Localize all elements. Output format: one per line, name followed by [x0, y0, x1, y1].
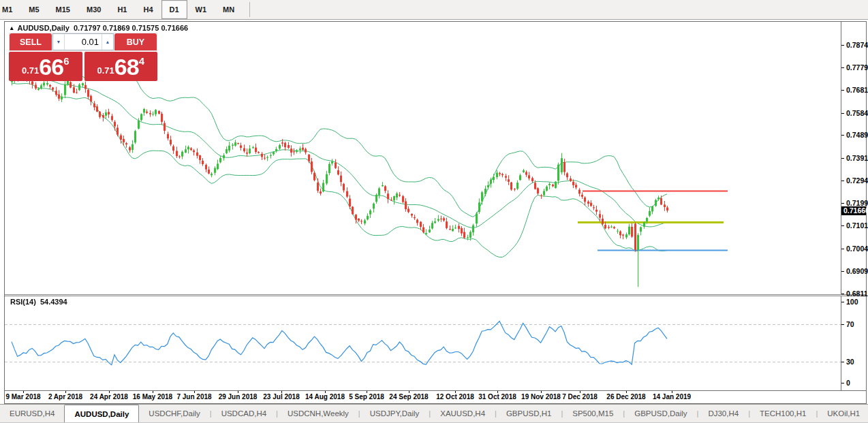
rsi-axis: 10070300 [841, 296, 866, 390]
timeframe-button-m15[interactable]: M15 [48, 0, 78, 19]
date-axis-label: 14 Jan 2019 [653, 393, 691, 401]
price-axis-tick: 0.72940 [841, 177, 866, 185]
rsi-title: RSI(14) 54.4394 [10, 298, 67, 306]
tab-usdcad-h4[interactable]: USDCAD,H4 [212, 405, 276, 422]
date-axis: 9 Mar 20182 Apr 201824 Apr 201816 May 20… [5, 390, 866, 403]
timeframe-button-h4[interactable]: H4 [135, 0, 161, 19]
tab-eurusd-h4[interactable]: EURUSD,H4 [0, 405, 64, 422]
chart-symbol-period: AUDUSD,Daily [18, 24, 69, 32]
current-price-tag: 0.71666 [841, 206, 866, 215]
date-axis-label: 5 Sep 2018 [349, 393, 384, 401]
price-axis-tick: 0.77790 [841, 64, 866, 72]
rsi-chart-canvas[interactable] [5, 296, 841, 390]
date-axis-label: 16 May 2018 [133, 393, 172, 401]
tab-usdjpy-daily[interactable]: USDJPY,Daily [360, 405, 429, 422]
price-axis-tick: 0.70040 [841, 245, 866, 253]
volume-increase-icon[interactable]: ▲ [102, 34, 113, 50]
date-axis-label: 23 Jul 2018 [263, 393, 299, 401]
chart-marker-icon: ▴ [10, 25, 14, 31]
tab-dj30-h4[interactable]: DJ30,H4 [698, 405, 748, 422]
price-axis-tick: 0.78740 [841, 42, 866, 49]
date-axis-label: 26 Dec 2018 [606, 393, 645, 401]
buy-button[interactable]: BUY [114, 33, 157, 50]
sell-price-button[interactable]: 0.71 66 6 [9, 52, 82, 81]
chart-window: ▴ AUDUSD,Daily 0.71797 0.71869 0.71575 0… [4, 21, 867, 404]
timeframe-toolbar: M1M5M15M30H1H4D1W1MN [0, 0, 868, 20]
symbol-tabs-bar: EURUSD,H4AUDUSD,DailyUSDCHF,Daily|USDCAD… [0, 404, 868, 423]
tab-sp500-m15[interactable]: SP500,M15 [563, 405, 623, 422]
chart-ohlc-readout: 0.71797 0.71869 0.71575 0.71666 [74, 24, 188, 32]
tab-tech100-h1[interactable]: TECH100,H1 [750, 405, 816, 422]
timeframe-button-d1[interactable]: D1 [161, 0, 187, 19]
date-axis-label: 29 Jun 2018 [219, 393, 258, 401]
toolbar-separator [249, 2, 250, 17]
sell-price-prefix: 0.71 [22, 65, 39, 76]
volume-decrease-icon[interactable]: ▼ [53, 34, 65, 50]
rsi-axis-tick: 0 [841, 379, 866, 387]
date-axis-label: 14 Aug 2018 [305, 393, 345, 401]
timeframe-button-w1[interactable]: W1 [187, 0, 215, 19]
rsi-value: 54.4394 [40, 298, 67, 306]
date-axis-label: 24 Sep 2018 [389, 393, 428, 401]
timeframe-button-m30[interactable]: M30 [78, 0, 109, 19]
timeframe-button-m5[interactable]: M5 [20, 0, 47, 19]
price-axis-tick: 0.73915 [841, 155, 866, 162]
tab-ukoil-h1[interactable]: UKOil,H1 [818, 405, 868, 422]
rsi-axis-tick: 30 [841, 358, 866, 366]
price-pane: ▴ AUDUSD,Daily 0.71797 0.71869 0.71575 0… [5, 22, 866, 294]
date-axis-label: 2 Apr 2018 [48, 393, 82, 401]
date-axis-label: 12 Oct 2018 [436, 393, 474, 401]
buy-price-big: 68 [114, 55, 139, 78]
date-axis-label: 19 Nov 2018 [521, 393, 561, 401]
tab-gbpusd-h1[interactable]: GBPUSD,H1 [497, 405, 561, 422]
price-axis-tick: 0.76815 [841, 87, 866, 94]
buy-price-prefix: 0.71 [97, 65, 114, 76]
date-axis-label: 31 Oct 2018 [478, 393, 516, 401]
tab-audusd-daily[interactable]: AUDUSD,Daily [64, 405, 139, 422]
timeframe-button-mn[interactable]: MN [215, 0, 243, 19]
price-axis: 0.787400.777900.768150.758400.748900.739… [841, 22, 866, 294]
date-axis-label: 7 Dec 2018 [562, 393, 598, 401]
chart-title: ▴ AUDUSD,Daily 0.71797 0.71869 0.71575 0… [10, 24, 188, 32]
price-axis-tick: 0.75840 [841, 110, 866, 117]
tab-usdcnh-weekly[interactable]: USDCNH,Weekly [278, 405, 358, 422]
timeframe-button-m1[interactable]: M1 [0, 0, 20, 19]
date-axis-label: 7 Jun 2018 [176, 393, 211, 401]
tab-gbpusd-daily[interactable]: GBPUSD,Daily [625, 405, 696, 422]
tab-usdchf-daily[interactable]: USDCHF,Daily [139, 405, 209, 422]
price-axis-tick: 0.69090 [841, 268, 866, 275]
rsi-axis-tick: 70 [841, 321, 866, 328]
tab-xauusd-h4[interactable]: XAUUSD,H4 [431, 405, 495, 422]
one-click-trade-panel: SELL ▼ 0.01 ▲ BUY 0.71 66 6 0.71 68 4 [9, 33, 157, 81]
volume-stepper: ▼ 0.01 ▲ [52, 33, 114, 50]
rsi-pane: RSI(14) 54.4394 10070300 [5, 296, 866, 390]
sell-price-big: 66 [39, 55, 63, 78]
sell-button[interactable]: SELL [10, 33, 52, 50]
rsi-axis-tick: 100 [841, 298, 866, 306]
price-axis-tick: 0.74890 [841, 131, 866, 139]
date-axis-label: 9 Mar 2018 [5, 393, 40, 401]
buy-price-pip: 4 [139, 55, 144, 67]
buy-price-button[interactable]: 0.71 68 4 [84, 52, 158, 81]
rsi-indicator-name: RSI(14) [10, 298, 36, 306]
timeframe-button-h1[interactable]: H1 [109, 0, 135, 19]
volume-input[interactable]: 0.01 [65, 34, 102, 50]
price-axis-tick: 0.71015 [841, 222, 866, 230]
date-axis-label: 24 Apr 2018 [90, 393, 128, 401]
sell-price-pip: 6 [63, 55, 69, 67]
